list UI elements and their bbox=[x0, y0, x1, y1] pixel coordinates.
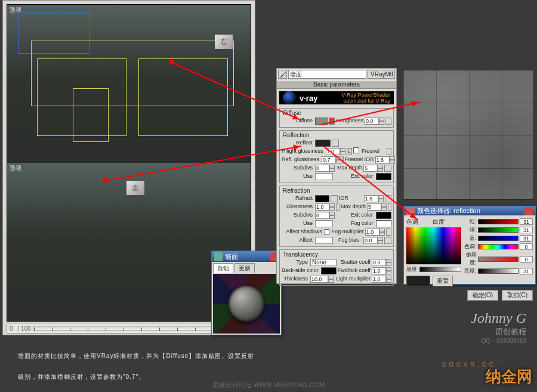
label-fogm: Fog multiplier bbox=[332, 228, 364, 236]
material-type-button[interactable]: VRayMtl bbox=[368, 70, 395, 79]
wireframe-box bbox=[138, 58, 228, 136]
fogm-spinner[interactable] bbox=[365, 229, 385, 236]
ok-button[interactable]: 确定(O) bbox=[467, 290, 498, 301]
slider-column: 红:31 绿:31 蓝:31 色调:0 饱和度:0 亮度:31 bbox=[464, 218, 533, 286]
slider-val[interactable] bbox=[478, 268, 519, 274]
fog-swatch[interactable] bbox=[376, 220, 391, 227]
label-affect: Affect bbox=[282, 236, 314, 244]
label-subdivs: Subdivs bbox=[282, 164, 314, 172]
scat-spinner[interactable] bbox=[372, 259, 391, 266]
color-current-swatch[interactable] bbox=[406, 276, 430, 286]
label-affect-sh: Affect shadows bbox=[282, 228, 323, 236]
group-label: Reflection bbox=[282, 132, 310, 138]
type-dropdown[interactable]: None bbox=[310, 259, 337, 266]
fogb-spinner[interactable] bbox=[363, 237, 383, 244]
label-refract: Refract bbox=[282, 195, 314, 202]
affect-dropdown[interactable] bbox=[315, 237, 333, 244]
label-fogb: Fog bias bbox=[338, 236, 362, 244]
label-fog: Fog color bbox=[351, 220, 375, 227]
material-parameters-panel: 墙面 VRayMtl Basic parameters v·ray V-Ray … bbox=[276, 68, 397, 284]
use-dropdown[interactable] bbox=[315, 173, 333, 180]
maxd2-spinner[interactable] bbox=[367, 203, 387, 211]
window-icon bbox=[214, 252, 223, 261]
exit-color-swatch[interactable] bbox=[376, 173, 391, 180]
label-use2: Use bbox=[282, 220, 314, 227]
affect-shadows-checkbox[interactable] bbox=[325, 229, 329, 235]
pick-material-button[interactable] bbox=[278, 70, 287, 79]
subdiv2-spinner[interactable] bbox=[315, 212, 335, 219]
slider-blue[interactable] bbox=[478, 236, 519, 241]
eyedropper-icon bbox=[280, 72, 286, 78]
material-sphere bbox=[229, 286, 264, 322]
map-button[interactable] bbox=[388, 203, 391, 211]
preview-body bbox=[213, 274, 280, 334]
material-name-field[interactable]: 墙面 bbox=[288, 70, 366, 79]
label-white: 白度 bbox=[433, 218, 445, 226]
use2-dropdown[interactable] bbox=[315, 220, 333, 227]
cancel-button[interactable]: 取消(C) bbox=[502, 290, 533, 301]
label-subdiv2: Subdivs bbox=[282, 211, 314, 219]
sticker-left: 左 bbox=[126, 181, 144, 195]
back-swatch[interactable] bbox=[321, 267, 337, 274]
vray-sub1: V-Ray PowerShader bbox=[341, 92, 390, 98]
map-button[interactable] bbox=[385, 118, 391, 125]
blackness-slider[interactable] bbox=[419, 267, 461, 272]
footer-watermark: 思缘设计论坛 WWW.MISSYUAN.COM bbox=[212, 381, 325, 390]
tab-update[interactable]: 更新 bbox=[234, 263, 255, 273]
subdivs-spinner[interactable] bbox=[315, 165, 335, 172]
corner-logo: 纳金网 bbox=[486, 366, 532, 387]
material-preview-window[interactable]: 墙面 自动 更新 bbox=[211, 251, 282, 335]
lm-spinner[interactable] bbox=[372, 276, 391, 283]
map-button[interactable] bbox=[396, 156, 397, 163]
label-fresnel: Fresnel bbox=[362, 147, 385, 155]
map-button[interactable] bbox=[387, 148, 391, 155]
vray-logo-text: v·ray bbox=[300, 94, 317, 103]
signature-block: Johnny G 原创教程 QQ：603009163 bbox=[471, 310, 526, 345]
reflect-swatch[interactable] bbox=[315, 140, 331, 147]
slider-red[interactable] bbox=[478, 219, 519, 224]
map-button[interactable] bbox=[336, 203, 340, 211]
maxdepth-spinner[interactable] bbox=[363, 165, 383, 172]
map-button[interactable] bbox=[384, 237, 391, 244]
map-button[interactable] bbox=[386, 229, 391, 236]
exit2-swatch[interactable] bbox=[376, 212, 391, 219]
vray-logo: v·ray V-Ray PowerShader optimized for V-… bbox=[279, 91, 394, 104]
fresnel-checkbox[interactable] bbox=[353, 147, 359, 153]
group-label: Translucency bbox=[282, 251, 319, 258]
frame-range: / 100 bbox=[18, 325, 31, 332]
window-title: 墙面 bbox=[225, 252, 238, 261]
color-picker-window[interactable]: 颜色选择器: reflection 色调 白度 黑度 重置 bbox=[403, 206, 536, 285]
texture-preview bbox=[403, 70, 534, 200]
vray-sub2: optimized for V-Ray bbox=[341, 98, 390, 104]
label-gloss: Glossiness bbox=[282, 203, 314, 211]
hue-field[interactable] bbox=[406, 227, 461, 264]
label-ior2: IOR bbox=[339, 195, 363, 202]
gloss-spinner[interactable] bbox=[315, 203, 335, 211]
ior-spinner[interactable] bbox=[375, 156, 395, 163]
close-icon[interactable] bbox=[524, 207, 533, 215]
map-button[interactable] bbox=[332, 140, 339, 147]
fb-spinner[interactable] bbox=[372, 267, 391, 274]
slider-sat[interactable] bbox=[478, 257, 519, 262]
frame-current: 0 bbox=[10, 325, 13, 332]
tab-auto[interactable]: 自动 bbox=[213, 263, 233, 273]
map-button[interactable] bbox=[331, 195, 337, 202]
label-type: Type bbox=[282, 258, 309, 266]
roughness-spinner[interactable] bbox=[365, 118, 384, 125]
refract-swatch[interactable] bbox=[315, 195, 329, 202]
label-black: 黑度 bbox=[406, 266, 417, 273]
rollout-header-basic[interactable]: Basic parameters bbox=[277, 80, 396, 89]
ior2-spinner[interactable] bbox=[364, 195, 384, 202]
titlebar[interactable]: 颜色选择器: reflection bbox=[404, 206, 535, 215]
thick-spinner[interactable] bbox=[310, 276, 334, 283]
slider-hue[interactable] bbox=[478, 244, 519, 249]
wireframe-box bbox=[73, 88, 109, 142]
label-rgloss: Refl. glossiness bbox=[282, 156, 320, 163]
l-button[interactable]: L bbox=[347, 148, 352, 155]
titlebar[interactable]: 墙面 bbox=[212, 251, 281, 262]
reset-button[interactable]: 重置 bbox=[433, 276, 453, 286]
slider-green[interactable] bbox=[478, 227, 519, 233]
sticker-right: 右 bbox=[215, 35, 233, 49]
map-button[interactable] bbox=[384, 165, 391, 172]
viewport-top[interactable]: 透视 右 bbox=[7, 5, 251, 163]
